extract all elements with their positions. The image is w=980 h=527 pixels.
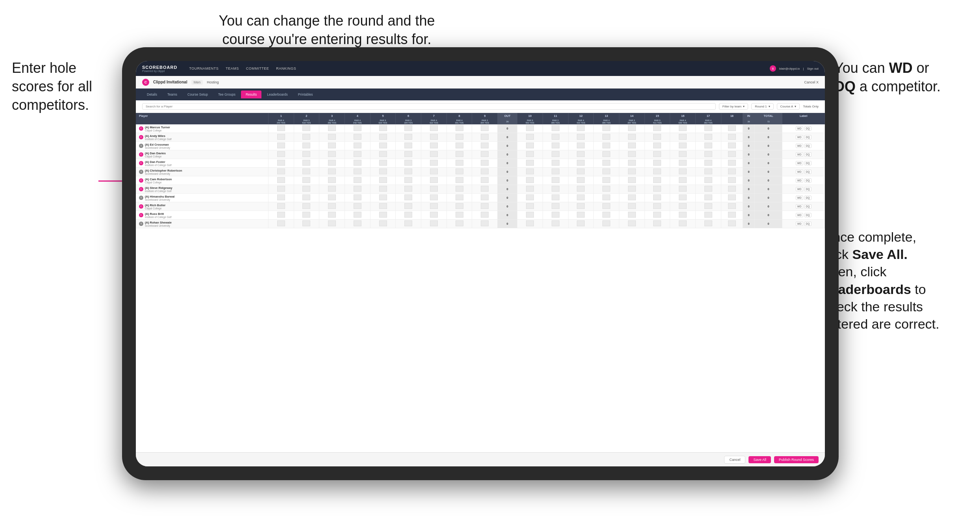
hole-5-score[interactable] — [370, 168, 396, 176]
hole-8-score[interactable] — [446, 202, 472, 211]
hole-9-score[interactable] — [472, 185, 498, 194]
hole-1-score[interactable] — [268, 202, 294, 211]
hole-18-score[interactable] — [721, 168, 743, 176]
hole-16-score[interactable] — [670, 211, 696, 220]
tab-course-setup[interactable]: Course Setup — [183, 91, 213, 98]
hole-17-score[interactable] — [696, 176, 721, 185]
hole-14-score[interactable] — [619, 124, 645, 133]
hole-11-score[interactable] — [543, 176, 568, 185]
hole-13-score[interactable] — [594, 176, 619, 185]
hole-3-score[interactable] — [319, 150, 345, 159]
hole-6-score[interactable] — [396, 194, 421, 202]
hole-17-score[interactable] — [696, 159, 721, 168]
hole-1-score[interactable] — [268, 176, 294, 185]
hole-17-score[interactable] — [696, 142, 721, 150]
hole-1-score[interactable] — [268, 185, 294, 194]
filter-team-dropdown[interactable]: Filter by team ▾ — [719, 103, 748, 110]
hole-12-score[interactable] — [568, 220, 594, 228]
search-player-input[interactable] — [142, 103, 716, 110]
hole-18-score[interactable] — [721, 159, 743, 168]
hole-14-score[interactable] — [619, 220, 645, 228]
hole-3-score[interactable] — [319, 220, 345, 228]
hole-8-score[interactable] — [446, 176, 472, 185]
wd-button[interactable]: WD — [796, 204, 803, 209]
sign-out-link[interactable]: | — [803, 67, 804, 70]
hole-18-score[interactable] — [721, 194, 743, 202]
hole-7-score[interactable] — [421, 220, 447, 228]
hole-7-score[interactable] — [421, 211, 447, 220]
hole-8-score[interactable] — [446, 150, 472, 159]
hole-14-score[interactable] — [619, 142, 645, 150]
hole-16-score[interactable] — [670, 133, 696, 142]
hole-1-score[interactable] — [268, 124, 294, 133]
hole-1-score[interactable] — [268, 142, 294, 150]
hole-10-score[interactable] — [517, 220, 543, 228]
dq-button[interactable]: DQ — [804, 196, 811, 200]
hole-17-score[interactable] — [696, 185, 721, 194]
hole-1-score[interactable] — [268, 133, 294, 142]
hole-7-score[interactable] — [421, 150, 447, 159]
hole-11-score[interactable] — [543, 211, 568, 220]
hole-6-score[interactable] — [396, 185, 421, 194]
hole-17-score[interactable] — [696, 194, 721, 202]
hole-15-score[interactable] — [645, 211, 670, 220]
hole-10-score[interactable] — [517, 211, 543, 220]
hole-9-score[interactable] — [472, 142, 498, 150]
hole-18-score[interactable] — [721, 176, 743, 185]
hole-12-score[interactable] — [568, 176, 594, 185]
hole-11-score[interactable] — [543, 202, 568, 211]
hole-13-score[interactable] — [594, 159, 619, 168]
hole-16-score[interactable] — [670, 124, 696, 133]
hole-6-score[interactable] — [396, 211, 421, 220]
hole-12-score[interactable] — [568, 168, 594, 176]
hole-15-score[interactable] — [645, 142, 670, 150]
hole-3-score[interactable] — [319, 211, 345, 220]
hole-8-score[interactable] — [446, 194, 472, 202]
hole-12-score[interactable] — [568, 124, 594, 133]
hole-14-score[interactable] — [619, 202, 645, 211]
hole-18-score[interactable] — [721, 133, 743, 142]
hole-7-score[interactable] — [421, 168, 447, 176]
wd-button[interactable]: WD — [796, 144, 803, 148]
hole-2-score[interactable] — [294, 168, 319, 176]
tab-leaderboards[interactable]: Leaderboards — [262, 91, 292, 98]
hole-13-score[interactable] — [594, 142, 619, 150]
hole-11-score[interactable] — [543, 194, 568, 202]
hole-6-score[interactable] — [396, 124, 421, 133]
cancel-footer-button[interactable]: Cancel — [724, 456, 745, 464]
hole-15-score[interactable] — [645, 185, 670, 194]
hole-13-score[interactable] — [594, 150, 619, 159]
hole-4-score[interactable] — [345, 150, 370, 159]
dq-button[interactable]: DQ — [804, 213, 811, 217]
hole-1-score[interactable] — [268, 211, 294, 220]
course-dropdown[interactable]: Course A ▾ — [777, 103, 800, 110]
hole-8-score[interactable] — [446, 124, 472, 133]
hole-16-score[interactable] — [670, 220, 696, 228]
hole-9-score[interactable] — [472, 159, 498, 168]
nav-committee[interactable]: COMMITTEE — [246, 67, 269, 70]
hole-8-score[interactable] — [446, 211, 472, 220]
tab-tee-groups[interactable]: Tee Groups — [213, 91, 240, 98]
hole-12-score[interactable] — [568, 202, 594, 211]
hole-7-score[interactable] — [421, 159, 447, 168]
hole-16-score[interactable] — [670, 159, 696, 168]
wd-button[interactable]: WD — [796, 178, 803, 183]
hole-4-score[interactable] — [345, 168, 370, 176]
hole-4-score[interactable] — [345, 176, 370, 185]
hole-6-score[interactable] — [396, 202, 421, 211]
hole-11-score[interactable] — [543, 220, 568, 228]
hole-7-score[interactable] — [421, 133, 447, 142]
hole-4-score[interactable] — [345, 142, 370, 150]
hole-5-score[interactable] — [370, 176, 396, 185]
hole-12-score[interactable] — [568, 185, 594, 194]
hole-18-score[interactable] — [721, 220, 743, 228]
hole-9-score[interactable] — [472, 168, 498, 176]
hole-11-score[interactable] — [543, 185, 568, 194]
hole-6-score[interactable] — [396, 220, 421, 228]
hole-14-score[interactable] — [619, 211, 645, 220]
hole-6-score[interactable] — [396, 142, 421, 150]
hole-14-score[interactable] — [619, 176, 645, 185]
hole-9-score[interactable] — [472, 202, 498, 211]
hole-3-score[interactable] — [319, 202, 345, 211]
hole-10-score[interactable] — [517, 185, 543, 194]
